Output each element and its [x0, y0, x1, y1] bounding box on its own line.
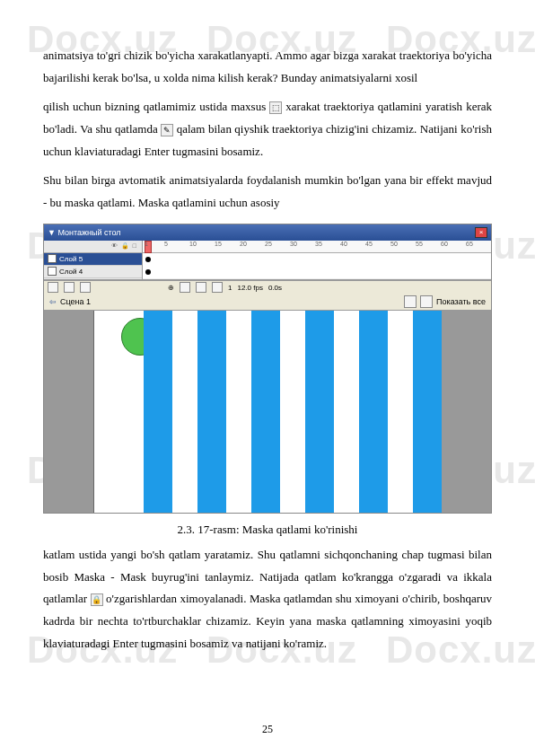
timeline-panel: 👁 🔒 □ Слой 5 Слой 4 1 5 10: [44, 241, 491, 280]
text-span: qilish uchun bizning qatlamimiz ustida m…: [43, 100, 269, 113]
ruler-tick: 15: [215, 241, 222, 247]
layers-panel: 👁 🔒 □ Слой 5 Слой 4: [44, 241, 143, 279]
ruler-tick: 50: [390, 241, 398, 247]
timeline-ruler: 1 5 10 15 20 25 30 35 40 45 50 55 60 65: [143, 241, 491, 279]
close-icon[interactable]: ×: [475, 227, 487, 238]
edit-symbols-icon[interactable]: [420, 295, 433, 308]
onion-skin-icon[interactable]: [180, 282, 190, 293]
ruler-tick: 65: [466, 241, 473, 247]
paragraph-1: animatsiya to'gri chizik bo'yicha xaraka…: [43, 45, 492, 89]
blue-stripe[interactable]: [144, 311, 172, 513]
timeline-footer: ⊕ 1 12.0 fps 0.0s: [44, 280, 491, 294]
time-label: 0.0s: [268, 284, 282, 292]
masked-layer-icon: [48, 267, 57, 276]
layer-label: Слой 4: [59, 268, 83, 276]
window-titlebar: ▼ Монтажный стол ×: [44, 224, 491, 241]
canvas-side-right: [442, 311, 491, 513]
blue-stripe[interactable]: [251, 311, 280, 513]
ruler-tick: 40: [340, 241, 347, 247]
keyframe-icon[interactable]: [145, 269, 151, 275]
ruler-tick: 20: [240, 241, 247, 247]
layer-label: Слой 5: [59, 255, 83, 263]
edit-multiple-icon[interactable]: [212, 282, 223, 293]
eye-icon[interactable]: 👁: [111, 242, 118, 250]
ruler-tick: 30: [290, 241, 297, 247]
layer-row-mask[interactable]: Слой 5: [44, 253, 142, 266]
center-frame-icon[interactable]: ⊕: [168, 284, 174, 292]
keyframe-icon[interactable]: [145, 257, 151, 262]
delete-layer-icon[interactable]: [80, 282, 91, 293]
outline-icon[interactable]: □: [133, 242, 136, 250]
ruler-numbers: 1 5 10 15 20 25 30 35 40 45 50 55 60 65: [143, 241, 491, 253]
blue-stripe[interactable]: [197, 311, 226, 513]
scene-bar: ⇦ Сцена 1 Показать все: [44, 294, 491, 311]
mask-layer-icon: [48, 254, 57, 263]
blue-stripe[interactable]: [359, 311, 388, 513]
page-number: 25: [262, 723, 273, 736]
scene-label[interactable]: Сцена 1: [60, 297, 91, 306]
ruler-tick: 45: [365, 241, 373, 247]
canvas-area: [44, 311, 491, 513]
paragraph-3: Shu bilan birga avtomatik animatsiyalard…: [43, 170, 492, 214]
lock-icon: 🔒: [91, 593, 103, 606]
stage[interactable]: [93, 311, 442, 513]
ruler-tick: 35: [315, 241, 322, 247]
ruler-tick: 60: [441, 241, 448, 247]
text-span: o'zgarishlardan ximoyalanadi. Maska qatl…: [43, 592, 492, 649]
guide-layer-icon: ⬚: [269, 101, 282, 114]
ruler-tick: 55: [416, 241, 423, 247]
ruler-tick: 1: [145, 241, 148, 247]
layers-header: 👁 🔒 □: [44, 241, 142, 253]
ruler-tick: 10: [189, 241, 197, 247]
figure-caption: 2.3. 17-rasm: Maska qatlami ko'rinishi: [43, 523, 492, 537]
onion-outline-icon[interactable]: [196, 282, 206, 293]
add-folder-icon[interactable]: [64, 282, 75, 293]
ruler-tick: 5: [164, 241, 168, 247]
zoom-select[interactable]: Показать все: [436, 297, 486, 306]
current-frame: 1: [228, 284, 232, 292]
frames-area[interactable]: [143, 253, 491, 278]
add-layer-icon[interactable]: [48, 282, 58, 293]
layer-row-masked[interactable]: Слой 4: [44, 266, 142, 278]
lock-column-icon[interactable]: 🔒: [121, 242, 129, 250]
canvas-side-left: [44, 311, 93, 513]
back-arrow-icon[interactable]: ⇦: [49, 297, 57, 306]
paragraph-2: qilish uchun bizning qatlamimiz ustida m…: [43, 96, 492, 163]
ruler-tick: 25: [265, 241, 272, 247]
window-title: ▼ Монтажный стол: [48, 228, 121, 237]
flash-screenshot: ▼ Монтажный стол × 👁 🔒 □ Слой 5 Слой 4: [43, 224, 492, 514]
pencil-icon: ✎: [161, 124, 173, 136]
fps-label: 12.0 fps: [237, 284, 262, 292]
blue-stripe[interactable]: [305, 311, 334, 513]
paragraph-4: katlam ustida yangi bo'sh qatlam yaratam…: [43, 544, 492, 655]
blue-stripe[interactable]: [413, 311, 442, 513]
edit-scene-icon[interactable]: [404, 295, 417, 308]
